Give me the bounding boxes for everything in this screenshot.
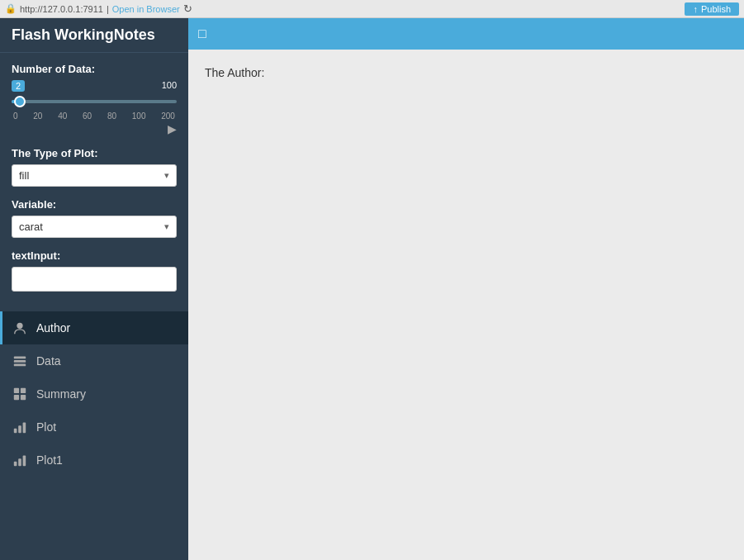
sidebar-item-plot[interactable]: Plot xyxy=(0,411,188,444)
svg-rect-7 xyxy=(21,395,26,400)
svg-rect-5 xyxy=(21,388,26,393)
open-in-browser-link[interactable]: Open in Browser xyxy=(112,4,180,14)
refresh-icon[interactable]: ↻ xyxy=(183,2,192,15)
author-nav-label: Author xyxy=(36,321,70,335)
chart1-icon xyxy=(12,452,28,468)
plot-type-dropdown[interactable]: fill ▾ xyxy=(12,164,177,187)
slider-max-value: 100 xyxy=(162,80,177,92)
sidebar-item-plot1[interactable]: Plot1 xyxy=(0,444,188,477)
plot-nav-label: Plot xyxy=(36,420,56,434)
svg-rect-6 xyxy=(14,395,19,400)
number-of-data-label: Number of Data: xyxy=(12,63,177,75)
svg-point-0 xyxy=(17,323,22,329)
svg-rect-1 xyxy=(14,357,26,359)
author-text: The Author: xyxy=(205,66,727,79)
slider-play-button[interactable]: ▶ xyxy=(168,122,177,135)
content-area: □ The Author: xyxy=(188,18,744,560)
chevron-down-icon: ▾ xyxy=(164,221,169,232)
slider-thumb[interactable] xyxy=(14,96,26,107)
textinput-label: textInput: xyxy=(12,249,177,262)
top-bar: 🔒 http://127.0.0.1:7911 | Open in Browse… xyxy=(0,0,744,18)
svg-rect-9 xyxy=(18,425,21,433)
svg-rect-13 xyxy=(23,456,26,467)
person-icon xyxy=(12,320,28,336)
url-text: http://127.0.0.1:7911 xyxy=(20,4,103,14)
data-icon xyxy=(12,353,28,369)
chart-icon xyxy=(12,419,28,435)
svg-rect-12 xyxy=(18,458,21,466)
chevron-down-icon: ▾ xyxy=(164,170,169,181)
content-body: The Author: xyxy=(188,50,744,560)
sidebar-item-data[interactable]: Data xyxy=(0,344,188,377)
content-header: □ xyxy=(188,18,744,50)
slider-value-row: 2 100 xyxy=(12,80,177,92)
plot-type-label: The Type of Plot: xyxy=(12,147,177,159)
text-input-section: textInput: xyxy=(12,249,177,292)
variable-dropdown[interactable]: carat ▾ xyxy=(12,216,177,238)
slider-current-value: 2 xyxy=(12,80,25,92)
sidebar-controls: Number of Data: 2 100 0 20 xyxy=(0,53,188,308)
url-bar: 🔒 http://127.0.0.1:7911 | Open in Browse… xyxy=(5,2,678,15)
svg-rect-2 xyxy=(14,360,26,363)
publish-icon: ↑ xyxy=(693,4,698,14)
slider-track[interactable] xyxy=(12,93,177,110)
variable-value: carat xyxy=(19,221,43,233)
nav-items: Author Data xyxy=(0,311,188,477)
variable-label: Variable: xyxy=(12,198,177,211)
publish-label: Publish xyxy=(701,4,731,14)
sidebar-item-summary[interactable]: Summary xyxy=(0,377,188,411)
main-layout: Flash WorkingNotes Number of Data: 2 100 xyxy=(0,18,744,560)
sidebar: Flash WorkingNotes Number of Data: 2 100 xyxy=(0,18,188,560)
svg-rect-10 xyxy=(23,423,26,434)
separator: | xyxy=(107,4,109,14)
svg-rect-8 xyxy=(14,429,17,433)
summary-nav-label: Summary xyxy=(36,387,86,401)
plot-type-section: The Type of Plot: fill ▾ xyxy=(12,147,177,187)
slider-ticks: 0 20 40 60 80 100 200 xyxy=(12,112,177,121)
publish-button[interactable]: ↑ Publish xyxy=(685,2,739,16)
grid-icon xyxy=(12,386,28,402)
lock-icon: 🔒 xyxy=(5,3,17,14)
top-bar-right: ↑ Publish xyxy=(685,2,739,16)
slider-rail xyxy=(12,100,177,103)
svg-rect-11 xyxy=(14,462,17,466)
sidebar-item-author[interactable]: Author xyxy=(0,311,188,344)
svg-rect-3 xyxy=(14,364,26,367)
slider-wrapper xyxy=(12,93,177,110)
app-title: Flash WorkingNotes xyxy=(0,18,188,53)
svg-rect-4 xyxy=(14,388,19,393)
plot-type-value: fill xyxy=(19,169,29,182)
number-of-data-section: Number of Data: 2 100 0 20 xyxy=(12,63,177,135)
plot1-nav-label: Plot1 xyxy=(36,453,63,467)
content-header-icon[interactable]: □ xyxy=(198,26,206,41)
variable-section: Variable: carat ▾ xyxy=(12,198,177,238)
text-input-field[interactable] xyxy=(12,267,177,292)
data-nav-label: Data xyxy=(36,354,61,368)
